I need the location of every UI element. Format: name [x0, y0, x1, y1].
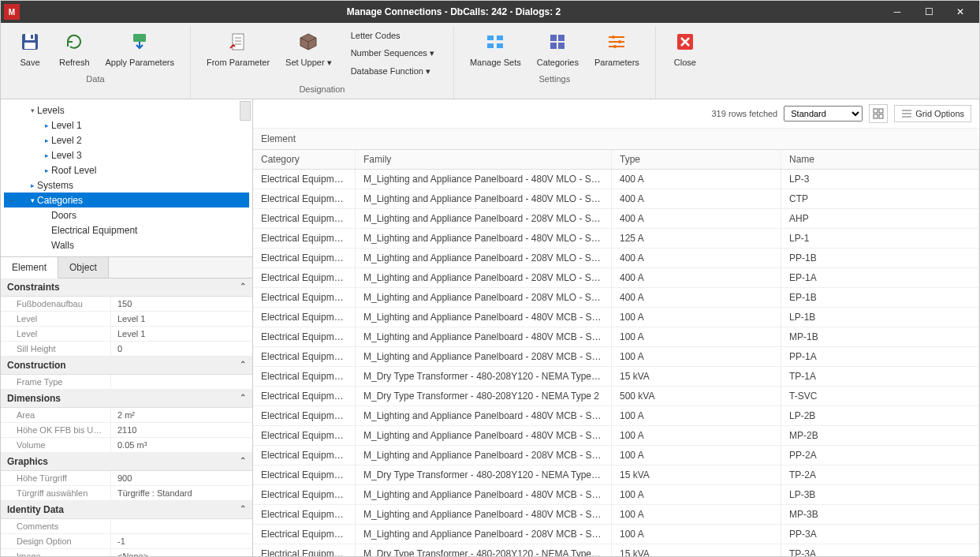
close-button[interactable]: Close: [665, 26, 705, 71]
prop-value[interactable]: 0.05 m³: [111, 438, 252, 452]
cell-name: MP-3B: [781, 505, 979, 524]
manage-sets-button[interactable]: Manage Sets: [464, 26, 527, 71]
table-row[interactable]: Electrical EquipmentM_Lighting and Appli…: [253, 347, 979, 367]
col-header-type[interactable]: Type: [612, 150, 781, 169]
table-row[interactable]: Electrical EquipmentM_Lighting and Appli…: [253, 446, 979, 465]
cell-category: Electrical Equipment: [253, 170, 356, 189]
data-grid[interactable]: Element Category Family Type Name Electr…: [253, 129, 979, 556]
prop-row[interactable]: Sill Height0: [1, 342, 252, 357]
prop-row[interactable]: Fußbodenaufbau150: [1, 297, 252, 312]
prop-row[interactable]: Volume0.05 m³: [1, 438, 252, 453]
prop-row[interactable]: Höhe OK FFB bis UK ...2110: [1, 423, 252, 438]
table-row[interactable]: Electrical EquipmentM_Lighting and Appli…: [253, 209, 979, 229]
chevron-right-icon[interactable]: ▸: [42, 136, 51, 144]
table-row[interactable]: Electrical EquipmentM_Dry Type Transform…: [253, 387, 979, 406]
table-row[interactable]: Electrical EquipmentM_Lighting and Appli…: [253, 249, 979, 268]
table-row[interactable]: Electrical EquipmentM_Lighting and Appli…: [253, 308, 979, 327]
prop-section-header[interactable]: Construction⌃: [1, 357, 252, 375]
prop-value[interactable]: Level 1: [111, 312, 252, 326]
prop-value[interactable]: <None>: [111, 549, 252, 556]
table-row[interactable]: Electrical EquipmentM_Lighting and Appli…: [253, 189, 979, 209]
table-row[interactable]: Electrical EquipmentM_Lighting and Appli…: [253, 406, 979, 426]
chevron-down-icon[interactable]: ▾: [28, 196, 37, 204]
maximize-button[interactable]: ☐: [913, 1, 945, 23]
prop-row[interactable]: Höhe Türgriff900: [1, 471, 252, 486]
svg-rect-4: [133, 34, 146, 42]
cell-category: Electrical Equipment: [253, 505, 356, 524]
tree-node[interactable]: ▸ Systems: [4, 178, 249, 193]
table-row[interactable]: Electrical EquipmentM_Lighting and Appli…: [253, 268, 979, 288]
tab-object[interactable]: Object: [58, 257, 109, 278]
prop-value[interactable]: [111, 375, 252, 389]
letter-codes-item[interactable]: Letter Codes: [348, 29, 438, 42]
prop-value[interactable]: 150: [111, 297, 252, 311]
prop-value[interactable]: [111, 519, 252, 533]
window-close-button[interactable]: ✕: [945, 1, 976, 23]
table-row[interactable]: Electrical EquipmentM_Lighting and Appli…: [253, 525, 979, 544]
prop-section-header[interactable]: Constraints⌃: [1, 278, 252, 297]
prop-row[interactable]: Design Option-1: [1, 534, 252, 549]
prop-row[interactable]: Frame Type: [1, 375, 252, 390]
categories-button[interactable]: Categories: [531, 26, 585, 71]
table-row[interactable]: Electrical EquipmentM_Lighting and Appli…: [253, 485, 979, 505]
database-function-item[interactable]: Database Function ▾: [348, 65, 438, 78]
tree-node[interactable]: ▸ Roof Level: [4, 163, 249, 178]
tree-node[interactable]: ▸ Level 2: [4, 133, 249, 148]
table-row[interactable]: Electrical EquipmentM_Dry Type Transform…: [253, 465, 979, 485]
prop-section-header[interactable]: Dimensions⌃: [1, 390, 252, 408]
prop-value[interactable]: 2 m²: [111, 408, 252, 422]
cell-category: Electrical Equipment: [253, 189, 356, 208]
col-header-name[interactable]: Name: [781, 150, 979, 169]
tree-node[interactable]: →▾ Categories: [4, 193, 249, 207]
parameters-button[interactable]: Parameters: [588, 26, 646, 71]
chevron-right-icon[interactable]: ▸: [42, 121, 51, 129]
chevron-right-icon[interactable]: ▸: [28, 181, 37, 189]
save-button[interactable]: Save: [10, 26, 50, 71]
table-row[interactable]: Electrical EquipmentM_Dry Type Transform…: [253, 367, 979, 387]
prop-row[interactable]: Türgriff auswählenTürgriffe : Standard: [1, 486, 252, 501]
prop-row[interactable]: LevelLevel 1: [1, 312, 252, 327]
prop-value[interactable]: 2110: [111, 423, 252, 437]
col-header-category[interactable]: Category: [253, 150, 356, 169]
table-row[interactable]: Electrical EquipmentM_Dry Type Transform…: [253, 544, 979, 556]
number-sequences-item[interactable]: Number Sequences ▾: [348, 47, 438, 60]
table-row[interactable]: Electrical EquipmentM_Lighting and Appli…: [253, 505, 979, 525]
view-select[interactable]: Standard: [784, 106, 863, 121]
chevron-right-icon[interactable]: ▸: [42, 151, 51, 159]
tree-node[interactable]: Walls: [4, 237, 249, 252]
tree-node[interactable]: ▾ Levels: [4, 103, 249, 118]
grid-layout-icon[interactable]: [869, 104, 888, 123]
tree-node[interactable]: ▸ Level 3: [4, 148, 249, 163]
tree-node[interactable]: Electrical Equipment: [4, 222, 249, 237]
prop-row[interactable]: LevelLevel 1: [1, 327, 252, 342]
table-row[interactable]: Electrical EquipmentM_Lighting and Appli…: [253, 170, 979, 189]
prop-value[interactable]: Türgriffe : Standard: [111, 486, 252, 500]
refresh-button[interactable]: Refresh: [53, 26, 96, 71]
prop-row[interactable]: Comments: [1, 519, 252, 534]
apply-parameters-button[interactable]: Apply Parameters: [99, 26, 181, 71]
table-row[interactable]: Electrical EquipmentM_Lighting and Appli…: [253, 288, 979, 308]
from-parameter-button[interactable]: From Parameter: [200, 26, 276, 81]
tree-node[interactable]: Doors: [4, 207, 249, 222]
ribbon-button-label: Parameters: [594, 58, 639, 68]
prop-value[interactable]: -1: [111, 534, 252, 548]
table-row[interactable]: Electrical EquipmentM_Lighting and Appli…: [253, 229, 979, 249]
chevron-down-icon[interactable]: ▾: [28, 107, 37, 114]
tab-element[interactable]: Element: [1, 257, 58, 278]
prop-section-header[interactable]: Graphics⌃: [1, 453, 252, 471]
set-upper-button[interactable]: Set Upper ▾: [279, 26, 338, 81]
prop-value[interactable]: Level 1: [111, 327, 252, 341]
property-grid[interactable]: Constraints⌃Fußbodenaufbau150LevelLevel …: [1, 278, 252, 556]
prop-row[interactable]: Image<None>: [1, 549, 252, 556]
prop-value[interactable]: 900: [111, 471, 252, 485]
tree-node[interactable]: ▸ Level 1: [4, 118, 249, 133]
prop-section-header[interactable]: Identity Data⌃: [1, 501, 252, 519]
table-row[interactable]: Electrical EquipmentM_Lighting and Appli…: [253, 426, 979, 446]
table-row[interactable]: Electrical EquipmentM_Lighting and Appli…: [253, 327, 979, 347]
col-header-family[interactable]: Family: [356, 150, 612, 169]
minimize-button[interactable]: ─: [881, 1, 913, 23]
prop-row[interactable]: Area2 m²: [1, 408, 252, 423]
chevron-right-icon[interactable]: ▸: [42, 166, 51, 174]
prop-value[interactable]: 0: [111, 342, 252, 356]
grid-options-button[interactable]: Grid Options: [894, 105, 971, 122]
